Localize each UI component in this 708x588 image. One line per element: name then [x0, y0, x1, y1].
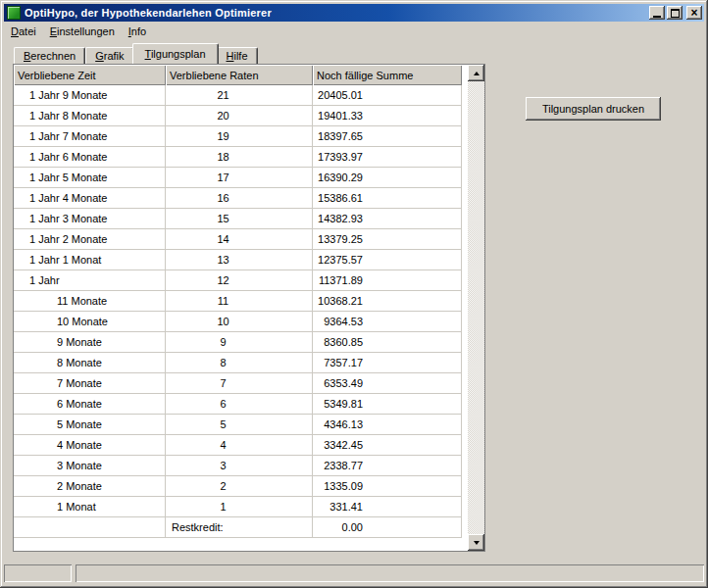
cell-summe: 2338.77	[313, 456, 462, 476]
cell-zeit: 1 Jahr 5 Monate	[14, 168, 166, 188]
title-bar[interactable]: OptiHypo, der Hypothekendarlehen Optimie…	[4, 4, 704, 22]
table-row[interactable]: 11 Monate1110368.21	[14, 291, 462, 312]
menu-item-label: Datei	[11, 25, 36, 37]
cell-summe: 6353.49	[313, 373, 462, 394]
cell-summe: 12375.57	[313, 250, 462, 270]
table-footer-row[interactable]: Restkredit:0.00	[14, 517, 462, 538]
menu-item-datei[interactable]: Datei	[4, 24, 43, 39]
cell-summe: 3342.45	[313, 435, 462, 456]
close-button[interactable]: ×	[686, 6, 702, 20]
table-row[interactable]: 1 Jahr 9 Monate2120405.01	[14, 85, 462, 106]
cell-raten: 6	[166, 394, 313, 415]
table-row[interactable]: 1 Jahr 5 Monate1716390.29	[14, 168, 462, 188]
status-panel-left	[4, 564, 72, 582]
cell-raten: 2	[166, 476, 313, 497]
cell-zeit: 1 Jahr 4 Monate	[14, 188, 166, 209]
cell-summe: 19401.33	[313, 106, 462, 126]
vertical-scrollbar[interactable]	[468, 65, 484, 551]
cell-zeit: 1 Jahr 7 Monate	[14, 126, 166, 147]
cell-raten: 14	[166, 229, 313, 250]
arrow-down-icon	[474, 541, 480, 545]
cell-summe: 14382.93	[313, 209, 462, 229]
cell-raten: 3	[166, 456, 313, 476]
cell-raten: 1	[166, 497, 313, 517]
table-row[interactable]: 1 Jahr 4 Monate1615386.61	[14, 188, 462, 209]
cell-zeit: 1 Jahr 3 Monate	[14, 209, 166, 229]
close-icon: ×	[690, 8, 697, 18]
cell-summe: 1335.09	[313, 476, 462, 497]
cell-summe: 16390.29	[313, 168, 462, 188]
cell-raten: 7	[166, 373, 313, 394]
cell-summe: 10368.21	[313, 291, 462, 312]
menu-item-info[interactable]: Info	[122, 24, 153, 39]
cell-zeit	[14, 517, 166, 538]
cell-zeit: 2 Monate	[14, 476, 166, 497]
table-row[interactable]: 8 Monate87357.17	[14, 353, 462, 373]
tab-berechnen[interactable]: Berechnen	[14, 47, 85, 64]
table-row[interactable]: 2 Monate21335.09	[14, 476, 462, 497]
cell-summe: 7357.17	[313, 353, 462, 373]
table-row[interactable]: 10 Monate109364.53	[14, 312, 462, 332]
cell-summe: 331.41	[313, 497, 462, 517]
table-row[interactable]: 9 Monate98360.85	[14, 332, 462, 353]
table-row[interactable]: 1 Jahr 2 Monate1413379.25	[14, 229, 462, 250]
minimize-button[interactable]	[649, 6, 665, 20]
scrollbar-track[interactable]	[468, 81, 484, 534]
cell-zeit: 11 Monate	[14, 291, 166, 312]
schedule-table-body: 1 Jahr 9 Monate2120405.011 Jahr 8 Monate…	[14, 85, 462, 538]
cell-raten: 19	[166, 126, 313, 147]
table-row[interactable]: 6 Monate65349.81	[14, 394, 462, 415]
cell-zeit: 1 Monat	[14, 497, 166, 517]
cell-raten: 16	[166, 188, 313, 209]
cell-zeit: 5 Monate	[14, 415, 166, 435]
cell-raten: 13	[166, 250, 313, 270]
cell-summe: 15386.61	[313, 188, 462, 209]
cell-summe: 5349.81	[313, 394, 462, 415]
table-row[interactable]: 5 Monate54346.13	[14, 415, 462, 435]
menu-item-einstellungen[interactable]: Einstellungen	[43, 24, 122, 39]
cell-zeit: 1 Jahr 2 Monate	[14, 229, 166, 250]
cell-raten: 8	[166, 353, 313, 373]
table-row[interactable]: 1 Jahr 1 Monat1312375.57	[14, 250, 462, 270]
table-row[interactable]: 1 Jahr 6 Monate1817393.97	[14, 147, 462, 168]
footer-label: Restkredit:	[166, 517, 313, 538]
footer-value: 0.00	[313, 517, 462, 538]
minimize-icon	[653, 16, 661, 18]
cell-summe: 9364.53	[313, 312, 462, 332]
scroll-up-button[interactable]	[468, 65, 484, 81]
cell-raten: 21	[166, 85, 313, 106]
schedule-table: Verbliebene Zeit Verbliebene Raten Noch …	[14, 65, 462, 538]
cell-raten: 18	[166, 147, 313, 168]
tab-hilfe[interactable]: Hilfe	[217, 47, 258, 64]
table-row[interactable]: 1 Jahr1211371.89	[14, 270, 462, 291]
cell-summe: 13379.25	[313, 229, 462, 250]
tab-label: Hilfe	[227, 50, 248, 62]
table-row[interactable]: 3 Monate32338.77	[14, 456, 462, 476]
table-row[interactable]: 7 Monate76353.49	[14, 373, 462, 394]
cell-raten: 5	[166, 415, 313, 435]
table-row[interactable]: 1 Jahr 3 Monate1514382.93	[14, 209, 462, 229]
status-panel-right	[76, 564, 704, 582]
app-icon	[7, 6, 21, 20]
app-window: OptiHypo, der Hypothekendarlehen Optimie…	[0, 0, 708, 588]
maximize-button[interactable]	[667, 6, 683, 20]
tab-label: Berechnen	[24, 50, 76, 62]
cell-zeit: 10 Monate	[14, 312, 166, 332]
cell-summe: 20405.01	[313, 85, 462, 106]
cell-zeit: 6 Monate	[14, 394, 166, 415]
print-schedule-button[interactable]: Tilgungsplan drucken	[526, 97, 661, 121]
table-row[interactable]: 4 Monate43342.45	[14, 435, 462, 456]
tab-grafik[interactable]: Grafik	[85, 47, 133, 64]
table-row[interactable]: 1 Jahr 7 Monate1918397.65	[14, 126, 462, 147]
column-header-raten: Verbliebene Raten	[166, 65, 313, 85]
schedule-grid: Verbliebene Zeit Verbliebene Raten Noch …	[13, 64, 485, 552]
scroll-down-button[interactable]	[468, 534, 484, 551]
tab-tilgungsplan[interactable]: Tilgungsplan	[132, 43, 219, 64]
cell-zeit: 9 Monate	[14, 332, 166, 353]
cell-zeit: 1 Jahr 6 Monate	[14, 147, 166, 168]
tab-label: Grafik	[95, 50, 124, 62]
table-row[interactable]: 1 Jahr 8 Monate2019401.33	[14, 106, 462, 126]
cell-zeit: 1 Jahr 9 Monate	[14, 85, 166, 106]
arrow-up-icon	[474, 72, 480, 75]
table-row[interactable]: 1 Monat1331.41	[14, 497, 462, 517]
